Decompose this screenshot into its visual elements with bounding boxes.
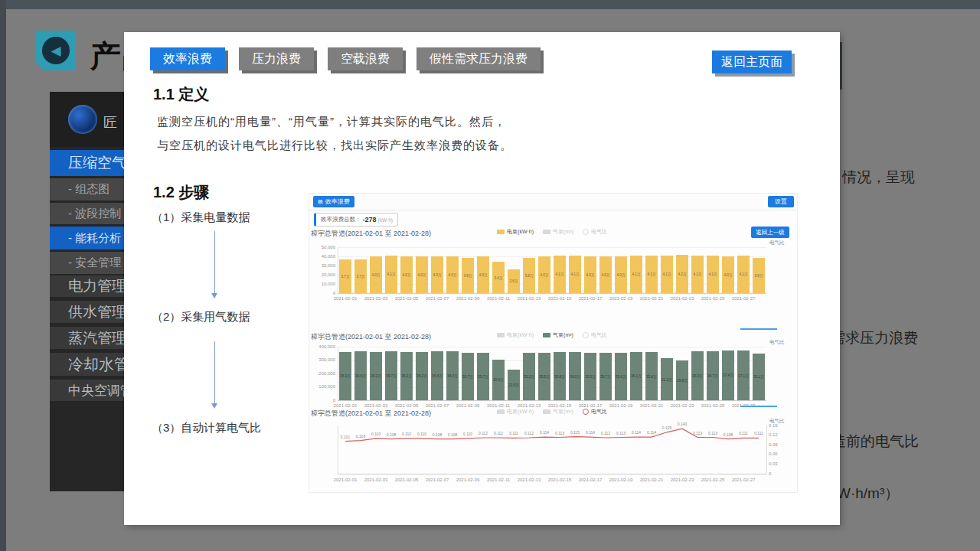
steps-heading: 1.2 步骤 bbox=[153, 182, 209, 203]
embedded-screenshot: ▤ 效率浪费 设置 效率浪费总数： -278 (kW·h) 返回上一级 樟宇总管… bbox=[309, 193, 798, 493]
tab-efficiency-waste[interactable]: 效率浪费 bbox=[150, 47, 225, 70]
point-value-label: 0.115 bbox=[570, 430, 580, 434]
x-axis-line bbox=[338, 474, 766, 474]
content-panel: 效率浪费压力浪费空载浪费假性需求压力浪费 返回主页面 1.1 定义 监测空压机的… bbox=[124, 32, 840, 525]
definition-line-1: 监测空压机的“用电量”、“用气量”，计算其实际的电气比。然后， bbox=[157, 115, 506, 129]
x-tick-label: 2021-02-21 bbox=[640, 478, 664, 482]
right-tick-label: 0.06 bbox=[769, 452, 778, 456]
point-value-label: 0.112 bbox=[479, 431, 488, 435]
sidebar-item[interactable]: 冷却水管 bbox=[50, 353, 134, 377]
x-tick-label: 2021-02-05 bbox=[395, 478, 419, 482]
sidebar-item[interactable]: 蒸汽管理 bbox=[50, 327, 134, 350]
x-tick-label: 2021-02-07 bbox=[426, 478, 449, 482]
point-value-label: 0.111 bbox=[754, 432, 763, 435]
legend-label: 电量(kW·h) bbox=[507, 408, 534, 416]
background-text-fragment: 造前的电气比 bbox=[831, 432, 919, 452]
point-value-label: 0.114 bbox=[540, 431, 549, 435]
return-home-button[interactable]: 返回主页面 bbox=[712, 51, 792, 73]
slide-logo-chip: ◀ bbox=[36, 31, 76, 70]
tab-false-demand-waste[interactable]: 假性需求压力浪费 bbox=[416, 47, 541, 70]
background-text-fragment: W·h/m³） bbox=[837, 484, 899, 504]
point-value-label: 0.129 bbox=[662, 425, 671, 429]
background-artifact bbox=[840, 42, 842, 90]
x-tick-label: 2021-02-11 bbox=[487, 478, 510, 482]
step-item-2: （2）采集用气数据 bbox=[152, 310, 250, 324]
step-item-1: （1）采集电量数据 bbox=[152, 210, 250, 225]
top-edge-strip bbox=[0, 0, 980, 9]
background-sidebar: 匠 压缩空气- 组态图- 波段控制- 能耗分析- 安全管理电力管理供水管理蒸汽管… bbox=[50, 92, 134, 491]
sidebar-brand-label: 匠 bbox=[103, 113, 117, 132]
point-value-label: 0.103 bbox=[356, 434, 365, 438]
x-tick-label: 2021-02-13 bbox=[518, 478, 541, 482]
sidebar-item[interactable]: 电力管理 bbox=[50, 276, 134, 298]
chart-legend: 电量(kW·h)气量(m³)电气比 bbox=[338, 408, 766, 416]
point-value-label: 0.101 bbox=[341, 435, 350, 439]
point-value-label: 0.111 bbox=[509, 432, 518, 435]
point-value-label: 0.114 bbox=[632, 431, 641, 435]
point-value-label: 0.110 bbox=[463, 432, 472, 435]
point-value-label: 0.114 bbox=[586, 431, 595, 435]
point-value-label: 0.113 bbox=[616, 431, 626, 435]
point-value-label: 0.111 bbox=[739, 432, 748, 435]
x-tick-label: 2021-02-23 bbox=[671, 478, 694, 482]
sidebar-item[interactable]: 中央空调管 bbox=[50, 380, 134, 403]
tab-noload-waste[interactable]: 空载浪费 bbox=[328, 47, 403, 70]
sidebar-brand-row: 匠 bbox=[50, 92, 134, 147]
point-value-label: 0.108 bbox=[433, 432, 442, 436]
point-value-label: 0.110 bbox=[417, 432, 426, 435]
x-tick-label: 2021-02-09 bbox=[456, 478, 480, 482]
point-value-label: 0.108 bbox=[724, 432, 733, 436]
sidebar-item[interactable]: - 组态图 bbox=[50, 178, 134, 201]
x-tick-label: 2021-02-15 bbox=[548, 478, 572, 482]
sidebar-item[interactable]: - 波段控制 bbox=[50, 203, 134, 224]
point-value-label: 0.112 bbox=[494, 431, 503, 435]
right-tick-label: 0.15 bbox=[769, 423, 778, 428]
definition-line-2: 与空压机的设计电气比进行比较，找出实际产生效率浪费的设备。 bbox=[157, 139, 512, 153]
x-tick-label: 2021-02-17 bbox=[579, 478, 603, 482]
app-logo-icon bbox=[68, 105, 97, 134]
chart-3: 樟宇总管道(2021-02-01 至 2021-02-28)电量(kW·h)气量… bbox=[309, 194, 797, 492]
definition-heading: 1.1 定义 bbox=[153, 84, 209, 105]
legend-item[interactable]: 气量(m³) bbox=[543, 408, 573, 416]
slide-stage: ◀ 产品 匠 压缩空气- 组态图- 波段控制- 能耗分析- 安全管理电力管理供水… bbox=[0, 0, 980, 551]
x-tick-label: 2021-02-01 bbox=[334, 478, 358, 482]
point-value-label: 0.113 bbox=[555, 431, 564, 435]
x-tick-label: 2021-02-27 bbox=[732, 478, 756, 482]
point-value-label: 0.112 bbox=[601, 431, 610, 435]
point-value-label: 0.108 bbox=[448, 432, 457, 436]
sidebar-item[interactable]: - 能耗分析 bbox=[50, 227, 134, 249]
x-tick-label: 2021-02-19 bbox=[609, 478, 633, 482]
tab-pressure-waste[interactable]: 压力浪费 bbox=[239, 47, 314, 70]
left-edge-strip bbox=[0, 0, 6, 551]
down-arrow bbox=[214, 341, 215, 407]
point-value-label: 0.108 bbox=[387, 432, 396, 436]
background-text-fragment: 情况，呈现 bbox=[842, 168, 915, 187]
x-tick-label: 2021-02-03 bbox=[364, 478, 388, 482]
point-value-label: 0.112 bbox=[524, 431, 534, 435]
legend-label: 电气比 bbox=[591, 408, 607, 416]
point-value-label: 0.113 bbox=[693, 431, 702, 435]
point-value-label: 0.110 bbox=[402, 432, 411, 435]
sidebar-item[interactable]: 供水管理 bbox=[50, 301, 134, 324]
legend-item[interactable]: 电量(kW·h) bbox=[497, 408, 534, 416]
sidebar-item[interactable]: 压缩空气 bbox=[50, 150, 134, 176]
point-value-label: 0.114 bbox=[647, 431, 656, 435]
point-value-label: 0.110 bbox=[371, 432, 381, 435]
step-item-3: （3）自动计算电气比 bbox=[152, 421, 261, 435]
point-value-label: 0.140 bbox=[678, 422, 687, 426]
right-tick-label: 0.03 bbox=[769, 461, 778, 466]
down-arrow bbox=[214, 231, 215, 297]
right-tick-label: 0 bbox=[769, 471, 771, 476]
right-tick-label: 0.09 bbox=[769, 442, 778, 447]
scroll-indicator bbox=[740, 406, 777, 407]
point-value-label: 0.113 bbox=[708, 431, 717, 435]
x-tick-label: 2021-02-25 bbox=[701, 478, 725, 482]
legend-item[interactable]: 电气比 bbox=[583, 408, 607, 416]
legend-ring-icon bbox=[583, 409, 589, 415]
legend-swatch-icon bbox=[543, 409, 550, 414]
right-tick-label: 0.12 bbox=[769, 432, 778, 437]
background-text-fragment: 需求压力浪费 bbox=[831, 328, 918, 348]
back-icon: ◀ bbox=[42, 37, 70, 64]
sidebar-item[interactable]: - 安全管理 bbox=[50, 252, 134, 274]
right-axis-line bbox=[766, 425, 767, 474]
